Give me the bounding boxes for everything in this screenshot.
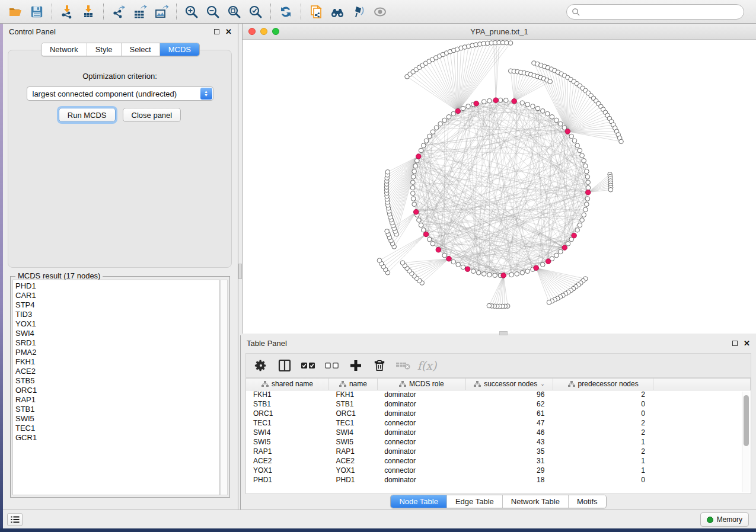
table-row[interactable]: STB1STB1dominator620 [246, 399, 751, 409]
network-node[interactable] [619, 139, 624, 144]
mcds-dominator-node[interactable] [416, 154, 422, 159]
network-node[interactable] [417, 218, 422, 223]
cell-shared_name[interactable]: STB1 [246, 399, 329, 409]
cell-mcds_role[interactable]: connector [377, 456, 465, 466]
import-network-button[interactable] [56, 2, 78, 21]
network-node[interactable] [531, 104, 535, 109]
network-node[interactable] [566, 242, 570, 246]
deselect-all-icon[interactable] [323, 357, 341, 374]
cell-name[interactable]: SWI4 [329, 428, 378, 437]
network-node[interactable] [487, 98, 492, 103]
cell-predecessor[interactable]: 2 [553, 418, 653, 428]
cell-successor[interactable]: 29 [466, 466, 553, 475]
table-scrollbar[interactable] [742, 392, 749, 492]
network-node[interactable] [413, 164, 418, 168]
cell-name[interactable]: PHD1 [329, 475, 378, 485]
network-node[interactable] [411, 197, 416, 201]
network-node[interactable] [487, 303, 492, 308]
network-node[interactable] [377, 258, 382, 263]
network-node[interactable] [535, 106, 540, 111]
cell-mcds_role[interactable]: dominator [377, 390, 465, 399]
delete-column-icon[interactable] [371, 357, 388, 374]
mcds-dominator-node[interactable] [546, 259, 551, 264]
float-window-icon[interactable] [214, 29, 219, 34]
network-node[interactable] [585, 169, 589, 174]
save-session-button[interactable] [26, 2, 47, 21]
cell-predecessor[interactable]: 2 [553, 447, 653, 456]
network-node[interactable] [466, 104, 471, 109]
cell-shared_name[interactable]: ORC1 [246, 409, 329, 418]
cell-predecessor[interactable]: 1 [553, 456, 653, 466]
column-header-MCDS-role[interactable]: MCDS role [377, 379, 465, 390]
column-header-predecessor-nodes[interactable]: predecessor nodes [553, 379, 653, 390]
close-icon[interactable]: ✕ [225, 28, 232, 36]
network-node[interactable] [608, 187, 613, 192]
network-node[interactable] [451, 111, 456, 116]
cell-shared_name[interactable]: ACE2 [246, 456, 329, 466]
network-node[interactable] [550, 114, 554, 119]
cell-successor[interactable]: 43 [466, 437, 553, 447]
mcds-result-item[interactable]: SWI4 [15, 329, 219, 338]
cell-predecessor[interactable]: 0 [553, 475, 653, 485]
search-input[interactable] [566, 4, 744, 20]
network-node[interactable] [585, 175, 590, 180]
table-row[interactable]: ORC1ORC1dominator610 [246, 409, 751, 418]
tab-mcds[interactable]: MCDS [160, 43, 199, 56]
mcds-dominator-node[interactable] [465, 267, 470, 272]
cell-successor[interactable]: 46 [466, 428, 553, 437]
cell-predecessor[interactable]: 0 [553, 399, 653, 409]
network-node[interactable] [461, 265, 465, 270]
network-node[interactable] [525, 269, 530, 274]
network-node[interactable] [446, 114, 451, 119]
cell-mcds_role[interactable]: dominator [377, 428, 465, 437]
network-node[interactable] [385, 169, 390, 174]
network-canvas[interactable] [243, 40, 756, 334]
zoom-in-button[interactable] [181, 2, 202, 21]
zoom-out-button[interactable] [202, 2, 224, 21]
mcds-result-item[interactable]: TEC1 [15, 424, 219, 433]
network-node[interactable] [585, 202, 589, 207]
network-node[interactable] [442, 253, 447, 258]
network-node[interactable] [476, 271, 481, 275]
cell-name[interactable]: FKH1 [329, 390, 378, 399]
cell-shared_name[interactable]: FKH1 [246, 390, 329, 399]
mcds-result-item[interactable]: PMA2 [15, 348, 219, 357]
mcds-dominator-node[interactable] [512, 99, 517, 104]
cell-name[interactable]: ORC1 [329, 409, 378, 418]
mcds-result-item[interactable]: ACE2 [15, 367, 219, 376]
mcds-result-item[interactable]: SWI5 [15, 414, 219, 424]
network-node[interactable] [575, 143, 580, 148]
first-neighbors-button[interactable] [327, 2, 348, 21]
mcds-dominator-node[interactable] [565, 129, 570, 134]
cell-successor[interactable]: 31 [466, 456, 553, 466]
network-node[interactable] [461, 106, 465, 111]
close-icon[interactable]: ✕ [744, 339, 750, 347]
cell-shared_name[interactable]: RAP1 [246, 447, 329, 456]
mcds-result-item[interactable]: ORC1 [15, 386, 219, 395]
splitter-grip[interactable] [499, 331, 508, 335]
table-row[interactable]: TEC1TEC1connector472 [246, 418, 751, 428]
network-node[interactable] [422, 143, 426, 148]
network-node[interactable] [438, 121, 443, 126]
cell-successor[interactable]: 96 [466, 390, 553, 399]
network-node[interactable] [559, 121, 563, 126]
network-node[interactable] [546, 111, 550, 116]
export-network-button[interactable] [108, 2, 129, 21]
table-row[interactable]: SWI5SWI5connector431 [246, 437, 751, 447]
cell-name[interactable]: STB1 [329, 399, 378, 409]
cell-successor[interactable]: 62 [466, 399, 553, 409]
run-mcds-button[interactable]: Run MCDS [59, 108, 116, 122]
network-node[interactable] [554, 118, 559, 123]
network-node[interactable] [509, 273, 514, 277]
network-node[interactable] [427, 134, 432, 139]
network-node[interactable] [583, 164, 588, 168]
add-column-icon[interactable] [347, 357, 365, 374]
network-node[interactable] [434, 126, 439, 130]
mcds-dominator-node[interactable] [493, 98, 499, 103]
task-history-button[interactable] [7, 513, 23, 526]
cell-mcds_role[interactable]: dominator [377, 409, 465, 418]
cell-shared_name[interactable]: PHD1 [246, 475, 329, 485]
export-image-button[interactable] [151, 2, 172, 21]
network-node[interactable] [580, 153, 585, 158]
cell-mcds_role[interactable]: dominator [377, 447, 465, 456]
